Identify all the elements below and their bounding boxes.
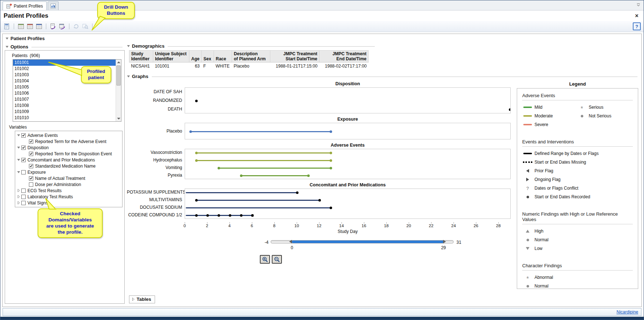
- interval-segment[interactable]: [191, 131, 331, 132]
- outline-toggle-patient-profiles[interactable]: [5, 37, 9, 40]
- interval-segment[interactable]: [196, 152, 331, 153]
- page-title: Patient Profiles: [4, 12, 48, 20]
- outline-title-patient-profiles[interactable]: Patient Profiles: [10, 36, 45, 41]
- data-point[interactable]: [251, 214, 254, 217]
- variable-checkbox[interactable]: [21, 189, 26, 193]
- axis-tick-label: 18: [381, 224, 392, 228]
- data-point[interactable]: [189, 130, 192, 133]
- tab-chart[interactable]: [48, 1, 59, 10]
- data-point[interactable]: [296, 191, 299, 194]
- zoom-in-button[interactable]: [260, 255, 270, 264]
- chart-panel: DispositionDATE OF SAHRANDOMIZEDDEATH: [127, 81, 513, 113]
- outline-title-options[interactable]: Options: [10, 44, 28, 49]
- variable-checkbox[interactable]: [29, 152, 33, 156]
- interval-segment[interactable]: [196, 200, 319, 201]
- data-point[interactable]: [330, 159, 332, 162]
- outline-toggle-tables[interactable]: [132, 298, 135, 301]
- drill-down-table-icon[interactable]: [58, 22, 66, 30]
- summary-table-icon[interactable]: [35, 22, 43, 30]
- expand-icon[interactable]: [16, 201, 21, 204]
- variable-checkbox[interactable]: [29, 182, 33, 187]
- variable-checkbox[interactable]: [29, 176, 33, 181]
- interval-segment[interactable]: [196, 160, 331, 161]
- scrollbar-thumb[interactable]: [116, 65, 121, 86]
- data-point[interactable]: [218, 214, 220, 217]
- collapse-icon[interactable]: [16, 170, 21, 174]
- outline-toggle-options[interactable]: [5, 45, 9, 48]
- data-point[interactable]: [330, 167, 332, 169]
- patient-list-item[interactable]: 101006: [13, 90, 116, 96]
- legend-item-label: Low: [534, 246, 542, 251]
- variable-checkbox[interactable]: [21, 195, 26, 199]
- subjects-table-icon[interactable]: [17, 22, 25, 30]
- demographics-column-header: Unique SubjectIdentifier: [153, 51, 189, 62]
- expand-icon[interactable]: [16, 189, 21, 192]
- data-point[interactable]: [218, 167, 220, 169]
- outline-title-graphs[interactable]: Graphs: [132, 74, 149, 79]
- variable-checkbox[interactable]: [21, 133, 26, 138]
- outline-toggle-demographics[interactable]: [127, 44, 130, 48]
- data-point[interactable]: [240, 174, 242, 177]
- data-point[interactable]: [229, 214, 231, 217]
- outline-rule: [31, 47, 123, 47]
- data-point[interactable]: [195, 100, 198, 102]
- variable-node: Reported Term for the Adverse Event: [15, 138, 122, 144]
- data-point[interactable]: [195, 199, 198, 202]
- profile-report-icon[interactable]: [3, 22, 11, 30]
- nicardipine-link[interactable]: Nicardipine: [617, 310, 638, 315]
- data-table-icon[interactable]: [26, 22, 34, 30]
- patient-list-item[interactable]: 101005: [13, 84, 116, 90]
- variable-checkbox[interactable]: [21, 158, 26, 162]
- outline-tables[interactable]: Tables: [129, 295, 155, 303]
- interval-segment[interactable]: [186, 192, 297, 193]
- data-point[interactable]: [195, 214, 198, 217]
- data-point[interactable]: [195, 152, 198, 154]
- slider-left-thumb[interactable]: [289, 240, 292, 243]
- data-point[interactable]: [509, 108, 511, 111]
- drill-down-page-icon[interactable]: [49, 22, 57, 30]
- tab-patient-profiles[interactable]: Patient Profiles: [3, 1, 47, 10]
- patient-list-item[interactable]: 101010: [13, 115, 116, 121]
- data-point[interactable]: [330, 207, 332, 209]
- interval-segment[interactable]: [219, 168, 331, 169]
- help-button[interactable]: ?: [633, 22, 641, 30]
- collapse-icon[interactable]: [16, 146, 21, 149]
- patient-list-item[interactable]: 101007: [13, 96, 116, 103]
- variable-checkbox[interactable]: [21, 170, 26, 174]
- data-point[interactable]: [307, 174, 310, 177]
- scrollbar-down-icon[interactable]: [116, 116, 121, 121]
- collapse-icon[interactable]: [16, 158, 21, 161]
- variable-checkbox[interactable]: [29, 164, 33, 168]
- outline-title-demographics[interactable]: Demographics: [132, 43, 164, 49]
- zoom-out-button[interactable]: [272, 255, 282, 264]
- slider-selected-range[interactable]: [292, 241, 443, 243]
- outline-toggle-graphs[interactable]: [127, 75, 130, 78]
- data-point[interactable]: [318, 199, 321, 202]
- variable-checkbox[interactable]: [21, 146, 26, 150]
- slider-track[interactable]: 029: [271, 240, 454, 243]
- chart-plot-area: [185, 87, 511, 113]
- tab-strip-menu-icon[interactable]: [636, 3, 641, 8]
- patient-list-item[interactable]: 101008: [13, 103, 116, 109]
- collapse-icon[interactable]: [16, 134, 21, 137]
- outline-title-tables[interactable]: Tables: [137, 297, 151, 302]
- variable-checkbox[interactable]: [21, 201, 26, 205]
- interval-segment[interactable]: [241, 175, 308, 176]
- patient-list-item[interactable]: 101009: [13, 109, 116, 115]
- demographics-column-header: Age: [189, 51, 202, 62]
- data-point[interactable]: [195, 159, 198, 162]
- expand-icon[interactable]: [16, 195, 21, 198]
- data-point[interactable]: [206, 214, 209, 217]
- close-icon[interactable]: ×: [633, 13, 640, 19]
- window-bottom-edge: [0, 317, 644, 320]
- scrollbar-up-icon[interactable]: [116, 60, 121, 65]
- scrollbar-track[interactable]: [116, 65, 121, 116]
- slider-right-thumb[interactable]: [443, 240, 446, 243]
- patients-scrollbar[interactable]: [116, 60, 121, 121]
- variable-label: Disposition: [27, 145, 49, 150]
- data-point[interactable]: [330, 152, 332, 154]
- data-point[interactable]: [240, 214, 242, 217]
- data-point[interactable]: [330, 130, 332, 133]
- variable-checkbox[interactable]: [29, 139, 33, 144]
- interval-segment[interactable]: [186, 207, 331, 208]
